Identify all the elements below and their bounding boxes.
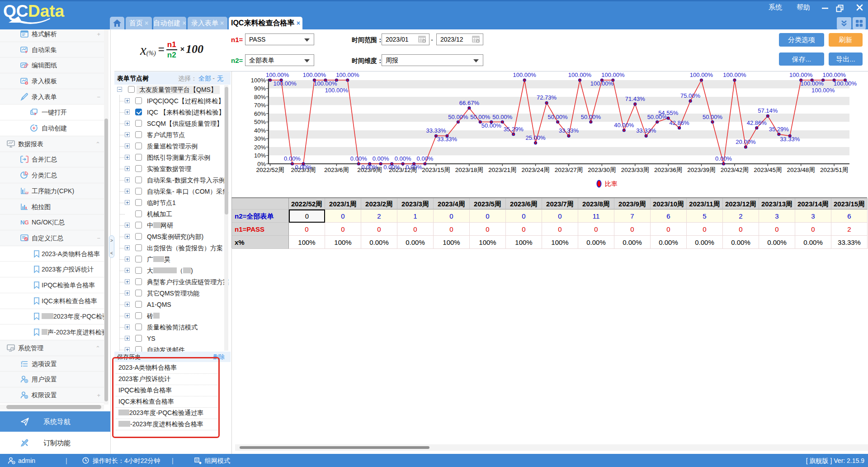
svg-text:QC: QC bbox=[3, 2, 28, 20]
svg-text:100.00%: 100.00% bbox=[266, 72, 289, 78]
svg-text:100.00%: 100.00% bbox=[336, 72, 359, 78]
svg-text:2023/45周: 2023/45周 bbox=[754, 167, 782, 173]
svg-text:75.00%: 75.00% bbox=[680, 92, 701, 99]
svg-text:2023/36周: 2023/36周 bbox=[654, 167, 682, 173]
svg-text:72.73%: 72.73% bbox=[537, 94, 557, 101]
svg-text:33.33%: 33.33% bbox=[636, 127, 656, 134]
svg-text:50.00%: 50.00% bbox=[470, 114, 491, 120]
svg-text:2023/42周: 2023/42周 bbox=[721, 167, 749, 173]
svg-text:80%: 80% bbox=[254, 94, 266, 100]
svg-text:33.33%: 33.33% bbox=[780, 136, 800, 143]
svg-text:35.29%: 35.29% bbox=[769, 126, 789, 133]
svg-text:100.00%: 100.00% bbox=[590, 80, 614, 87]
svg-text:42.86%: 42.86% bbox=[670, 119, 690, 126]
svg-text:20%: 20% bbox=[254, 144, 266, 151]
svg-text:100.00%: 100.00% bbox=[822, 72, 846, 78]
svg-text:35.29%: 35.29% bbox=[504, 126, 524, 133]
svg-text:0.00%: 0.00% bbox=[383, 164, 400, 171]
svg-text:100.00%: 100.00% bbox=[303, 72, 326, 78]
svg-text:0.00%: 0.00% bbox=[295, 164, 312, 171]
svg-text:2023/51周: 2023/51周 bbox=[820, 167, 848, 173]
svg-text:100.00%: 100.00% bbox=[800, 80, 824, 87]
svg-text:0.00%: 0.00% bbox=[395, 155, 411, 162]
svg-text:N: N bbox=[20, 219, 24, 226]
svg-text:40.00%: 40.00% bbox=[614, 122, 634, 129]
svg-text:100.00%: 100.00% bbox=[314, 80, 337, 87]
svg-text:100.00%: 100.00% bbox=[568, 72, 592, 78]
svg-text:100.00%: 100.00% bbox=[834, 80, 857, 87]
svg-text:100.00%: 100.00% bbox=[601, 72, 625, 78]
svg-text:100.00%: 100.00% bbox=[513, 72, 537, 78]
svg-text:0.00%: 0.00% bbox=[350, 155, 367, 162]
svg-text:20.00%: 20.00% bbox=[736, 138, 756, 145]
svg-text:G: G bbox=[24, 219, 28, 226]
svg-text:比率: 比率 bbox=[605, 180, 618, 187]
svg-text:2022/52周: 2022/52周 bbox=[256, 167, 284, 173]
svg-text:Data: Data bbox=[28, 2, 65, 20]
svg-text:2023/15周: 2023/15周 bbox=[422, 167, 450, 173]
svg-text:2023/48周: 2023/48周 bbox=[787, 167, 815, 173]
svg-text:2023/6周: 2023/6周 bbox=[324, 167, 349, 173]
svg-text:50.00%: 50.00% bbox=[703, 114, 723, 120]
svg-text:60%: 60% bbox=[254, 110, 266, 117]
svg-text:33.33%: 33.33% bbox=[559, 127, 579, 134]
svg-text:50.00%: 50.00% bbox=[481, 122, 502, 129]
svg-text:2023/18周: 2023/18周 bbox=[455, 167, 483, 173]
svg-text:57.14%: 57.14% bbox=[758, 107, 778, 114]
svg-text:54.55%: 54.55% bbox=[658, 110, 679, 116]
svg-text:50.00%: 50.00% bbox=[581, 114, 601, 120]
svg-text:100.00%: 100.00% bbox=[325, 87, 349, 94]
svg-text:0.00%: 0.00% bbox=[406, 164, 422, 171]
svg-text:90%: 90% bbox=[254, 85, 266, 92]
svg-text:50.00%: 50.00% bbox=[548, 114, 568, 120]
svg-text:2023/21周: 2023/21周 bbox=[488, 167, 516, 173]
svg-text:50.00%: 50.00% bbox=[448, 114, 468, 120]
svg-text:100%: 100% bbox=[251, 77, 266, 84]
svg-text:50.00%: 50.00% bbox=[492, 114, 513, 120]
svg-text:2023/30周: 2023/30周 bbox=[588, 167, 616, 173]
svg-text:71.43%: 71.43% bbox=[625, 95, 646, 102]
svg-text:66.67%: 66.67% bbox=[459, 100, 480, 106]
svg-text:100.00%: 100.00% bbox=[789, 72, 813, 78]
svg-text:2023/33周: 2023/33周 bbox=[621, 167, 649, 173]
svg-text:0.00%: 0.00% bbox=[417, 155, 434, 162]
svg-text:100.00%: 100.00% bbox=[690, 72, 713, 78]
svg-text:33.33%: 33.33% bbox=[426, 127, 446, 134]
svg-text:40%: 40% bbox=[254, 127, 266, 134]
svg-text:100.00%: 100.00% bbox=[811, 87, 835, 94]
svg-text:0.00%: 0.00% bbox=[361, 164, 378, 171]
svg-text:0.00%: 0.00% bbox=[715, 155, 732, 162]
svg-text:0.00%: 0.00% bbox=[373, 155, 389, 162]
svg-text:50%: 50% bbox=[254, 119, 266, 125]
svg-text:33.33%: 33.33% bbox=[437, 136, 458, 143]
svg-text:70%: 70% bbox=[254, 102, 266, 109]
svg-text:25.00%: 25.00% bbox=[526, 134, 546, 141]
svg-text:100.00%: 100.00% bbox=[723, 72, 746, 78]
svg-text:100.00%: 100.00% bbox=[273, 80, 297, 87]
svg-text:2023/24周: 2023/24周 bbox=[521, 167, 549, 173]
svg-text:2023/39周: 2023/39周 bbox=[687, 167, 715, 173]
svg-text:0.00%: 0.00% bbox=[284, 155, 301, 162]
svg-text:2023/27周: 2023/27周 bbox=[555, 167, 583, 173]
svg-text:42.86%: 42.86% bbox=[747, 119, 767, 126]
svg-text:CPK: CPK bbox=[25, 191, 28, 195]
svg-text:10%: 10% bbox=[254, 152, 266, 159]
svg-text:30%: 30% bbox=[254, 135, 266, 142]
